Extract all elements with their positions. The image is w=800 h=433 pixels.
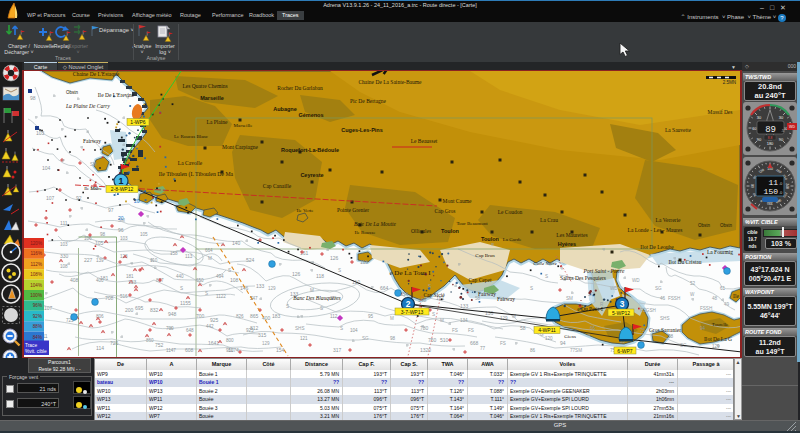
svg-text:129: 129	[262, 341, 270, 346]
svg-text:S: S	[545, 274, 548, 279]
svg-text:317: 317	[333, 347, 342, 353]
svg-text:96: 96	[118, 227, 124, 233]
svg-text:111: 111	[60, 220, 68, 226]
svg-text:77: 77	[480, 346, 486, 351]
svg-text:648: 648	[186, 328, 194, 333]
svg-text:WD: WD	[632, 278, 640, 283]
svg-text:Le Coudon: Le Coudon	[498, 209, 523, 215]
svg-text:120: 120	[545, 336, 553, 341]
svg-text:Obstn: Obstn	[66, 90, 79, 95]
svg-text:103: 103	[120, 236, 128, 241]
svg-text:126: 126	[292, 271, 301, 277]
svg-text:116%: 116%	[31, 251, 42, 256]
svg-text:524: 524	[246, 257, 255, 263]
svg-text:494: 494	[216, 274, 224, 279]
svg-text:133: 133	[460, 303, 469, 309]
svg-text:Ile Verte: Ile Verte	[297, 208, 315, 213]
svg-text:48: 48	[712, 296, 718, 301]
svg-text:105: 105	[95, 240, 104, 246]
svg-text:408: 408	[70, 277, 79, 283]
svg-text:La Cavolle: La Cavolle	[178, 160, 203, 166]
svg-text:97: 97	[108, 207, 114, 213]
svg-text:2-8-WP12: 2-8-WP12	[111, 186, 134, 192]
svg-text:S: S	[338, 268, 341, 273]
svg-text:58: 58	[668, 334, 674, 339]
svg-text:11: 11	[768, 178, 778, 187]
svg-text:Mont Carpiagne: Mont Carpiagne	[222, 144, 258, 150]
svg-text:120%: 120%	[30, 241, 42, 246]
svg-text:Ile De L'Erevine: Ile De L'Erevine	[98, 92, 135, 98]
svg-text:Cuges-Les-Pins: Cuges-Les-Pins	[341, 127, 383, 133]
svg-text:Chaine De La Sainte-Baume: Chaine De La Sainte-Baume	[358, 79, 422, 85]
svg-text:1155: 1155	[180, 300, 191, 306]
svg-text:104%: 104%	[30, 283, 42, 288]
svg-text:5-WP12: 5-WP12	[612, 310, 630, 316]
svg-text:865: 865	[250, 313, 259, 319]
svg-text:440: 440	[176, 274, 184, 279]
svg-text:240: 240	[785, 183, 789, 189]
svg-text:Toulon: Toulon	[481, 236, 500, 242]
svg-text:SM: SM	[566, 296, 573, 301]
svg-text:La Garde: La Garde	[503, 237, 523, 242]
svg-text:664: 664	[205, 248, 213, 253]
svg-text:315: 315	[258, 332, 267, 338]
svg-text:664: 664	[380, 285, 389, 291]
svg-text:86: 86	[530, 348, 536, 353]
svg-text:77SM: 77SM	[570, 348, 582, 353]
svg-text:Cap Brun: Cap Brun	[475, 253, 495, 258]
svg-text:1147: 1147	[166, 348, 176, 353]
svg-text:La Plaine: La Plaine	[207, 119, 228, 125]
svg-text:FS: FS	[500, 341, 506, 346]
svg-text:Obstn: Obstn	[698, 223, 711, 228]
svg-text:89: 89	[765, 125, 776, 135]
svg-text:Cap Cepet: Cap Cepet	[468, 277, 492, 283]
svg-text:90: 90	[757, 137, 762, 142]
svg-text:118: 118	[316, 273, 324, 279]
svg-text:183: 183	[272, 313, 281, 319]
svg-text:129: 129	[268, 286, 276, 291]
svg-text:Toulon: Toulon	[441, 228, 460, 234]
svg-text:M: M	[208, 256, 212, 261]
svg-text:Ollioules: Ollioules	[411, 228, 431, 234]
svg-text:S: S	[340, 326, 343, 331]
svg-text:75: 75	[640, 328, 646, 333]
svg-text:103: 103	[60, 242, 68, 247]
svg-text:Massif Des: Massif Des	[708, 109, 733, 115]
svg-text:Fairway: Fairway	[497, 296, 515, 302]
svg-text:FSGSH: FSGSH	[640, 308, 656, 313]
svg-text:S: S	[320, 306, 323, 311]
svg-text:948: 948	[168, 311, 177, 317]
svg-text:108: 108	[60, 264, 68, 269]
svg-text:94: 94	[560, 340, 566, 346]
svg-text:1: 1	[118, 176, 123, 186]
svg-text:Giens: Giens	[564, 334, 576, 339]
svg-text:Tourelle: Tourelle	[712, 322, 729, 327]
svg-text:M: M	[390, 316, 394, 321]
svg-text:46: 46	[660, 296, 666, 301]
svg-text:FS: FS	[468, 328, 474, 333]
svg-text:154: 154	[276, 347, 285, 353]
svg-text:88%: 88%	[33, 324, 42, 329]
svg-text:W: W	[690, 292, 695, 297]
svg-text:%vit. cible: %vit. cible	[25, 349, 47, 354]
svg-text:S: S	[180, 286, 183, 291]
svg-text:100%: 100%	[30, 293, 42, 298]
svg-text:Colle Noire: Colle Noire	[533, 261, 557, 266]
svg-text:Marseille: Marseille	[234, 123, 254, 128]
svg-text:104: 104	[42, 165, 51, 171]
svg-text:Pic De Bertagne: Pic De Bertagne	[350, 98, 387, 104]
svg-text:Banc Des Blauquères: Banc Des Blauquères	[293, 295, 340, 301]
svg-text:4-WP11: 4-WP11	[538, 327, 556, 333]
svg-text:La Crau: La Crau	[540, 217, 558, 223]
svg-text:121: 121	[300, 336, 308, 341]
svg-text:Les Maurettes: Les Maurettes	[556, 232, 587, 238]
svg-text:FSSH: FSSH	[668, 296, 680, 301]
svg-text:Gémenos: Gémenos	[298, 112, 323, 118]
svg-text:3: 3	[620, 299, 625, 309]
svg-text:709: 709	[166, 326, 174, 331]
svg-text:107: 107	[46, 195, 55, 201]
svg-text:180: 180	[767, 141, 774, 146]
svg-text:La Londe - Les - Maures: La Londe - Les - Maures	[628, 227, 683, 233]
svg-text:2.5MN: 2.5MN	[723, 80, 736, 85]
svg-text:Tour Beaumont: Tour Beaumont	[456, 221, 488, 226]
